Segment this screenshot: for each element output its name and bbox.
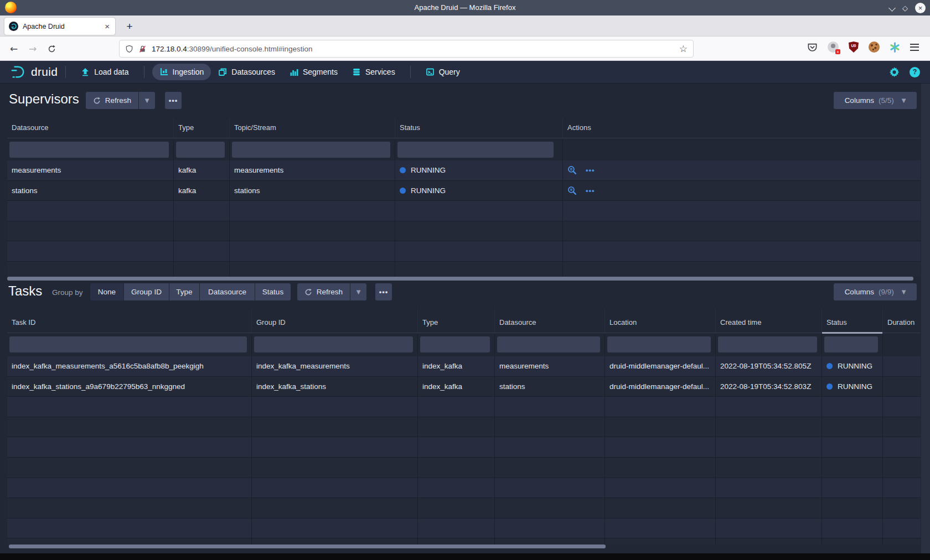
nav-datasources[interactable]: Datasources [211,64,282,80]
window-minimize-icon[interactable] [889,5,895,11]
supervisors-more-button[interactable]: ••• [165,92,182,109]
nav-ingestion[interactable]: Ingestion [152,64,211,80]
status-label: RUNNING [838,362,872,370]
tasks-columns-button[interactable]: Columns (9/9) ▼ [834,283,917,300]
nav-services[interactable]: Services [345,64,402,80]
column-header-topic-stream[interactable]: Topic/Stream [230,117,395,138]
filter-input-created-time[interactable] [718,336,817,352]
reload-icon[interactable] [44,42,59,56]
filter-input-status[interactable] [397,142,554,158]
cell-status: RUNNING [395,181,563,201]
column-header-type[interactable]: Type [418,308,495,333]
cookie-extension-icon[interactable] [869,42,880,53]
nav-services-label: Services [365,68,395,76]
column-header-datasource[interactable]: Datasource [7,117,174,138]
url-bar[interactable]: 172.18.0.4:30899/unified-console.html#in… [119,40,694,58]
group-by-datasource-button[interactable]: Datasource [200,283,255,300]
cell-actions: ••• [563,181,921,201]
column-header-type[interactable]: Type [174,117,230,138]
group-by-type-button[interactable]: Type [169,283,199,300]
gear-icon[interactable] [889,67,900,77]
nav-segments[interactable]: Segments [282,64,345,80]
supervisors-columns-button[interactable]: Columns (5/5) ▼ [834,92,917,109]
forward-icon[interactable]: → [25,42,40,56]
empty-row [7,458,921,478]
status-dot [400,188,406,194]
empty-row [7,221,921,242]
filter-input-topic[interactable] [232,142,390,158]
menu-icon[interactable] [910,44,919,51]
group-by-status-button[interactable]: Status [255,283,291,300]
tasks-refresh-dropdown[interactable]: ▼ [350,283,366,300]
shield-icon[interactable] [125,45,133,53]
window-maximize-icon[interactable]: ◇ [902,4,908,12]
column-header-created-time[interactable]: Created time [716,308,822,333]
column-header-location[interactable]: Location [605,308,716,333]
back-icon[interactable]: ← [7,42,21,56]
druid-logo-text[interactable]: druid [31,65,58,79]
window-close-icon[interactable]: × [915,3,926,13]
druid-logo-icon[interactable] [10,65,27,79]
nav-load-data-label: Load data [94,68,128,76]
filter-input-group-id[interactable] [254,336,413,352]
supervisors-refresh-dropdown[interactable]: ▼ [139,92,155,109]
table-row[interactable]: index_kafka_measurements_a5616c5ba8afb8b… [7,356,921,377]
browser-tab[interactable]: Apache Druid × [4,18,115,35]
column-header-group-id[interactable]: Group ID [252,308,418,333]
bookmark-star-icon[interactable]: ☆ [679,43,688,54]
table-row[interactable]: measurements kafka measurements RUNNING … [7,160,921,181]
column-header-duration[interactable]: Duration [883,308,921,333]
ublock-origin-icon[interactable]: U0 [849,42,859,53]
supervisors-horizontal-scrollbar[interactable] [7,277,913,281]
row-more-icon[interactable]: ••• [586,166,595,174]
table-row[interactable]: index_kafka_stations_a9a679b22795b63_nnk… [7,377,921,397]
empty-row [7,241,921,262]
vertical-scrollbar[interactable] [921,84,930,553]
column-header-status-sorted[interactable]: Status [822,308,883,333]
insecure-lock-icon[interactable] [138,45,147,53]
filter-input-datasource[interactable] [497,336,600,352]
column-header-task-id[interactable]: Task ID [7,308,252,333]
group-by-group-id-button[interactable]: Group ID [124,283,169,300]
supervisors-filter-row [7,139,921,160]
cell-topic: measurements [230,160,395,181]
url-text[interactable]: 172.18.0.4:30899/unified-console.html#in… [152,45,679,53]
magnify-details-icon[interactable] [567,165,577,175]
filter-input-type[interactable] [420,336,490,352]
segments-icon [290,68,298,76]
columns-count: (9/9) [879,288,894,296]
filter-input-status[interactable] [824,336,878,352]
columns-label: Columns [845,288,874,296]
extension-icon[interactable] [828,42,839,53]
tasks-refresh-button[interactable]: Refresh [297,283,350,300]
more-icon: ••• [169,96,178,105]
help-icon[interactable]: ? [910,67,920,77]
new-tab-button[interactable]: + [123,20,136,33]
group-by-none-button[interactable]: None [90,283,123,300]
filter-input-task-id[interactable] [9,336,247,352]
load-data-icon [81,68,90,76]
caret-down-icon: ▼ [902,289,906,295]
supervisors-refresh-button[interactable]: Refresh [86,92,138,109]
nav-load-data[interactable]: Load data [74,64,136,80]
cell-type: index_kafka [418,356,495,377]
filter-input-type[interactable] [176,142,225,158]
url-path: :30899/unified-console.html#ingestion [187,45,313,53]
tab-close-icon[interactable]: × [104,22,111,30]
tasks-more-button[interactable]: ••• [375,283,392,300]
cell-location: druid-middlemanager-defaul... [605,356,716,377]
tasks-horizontal-scrollbar[interactable] [9,545,606,548]
filter-input-location[interactable] [607,336,711,352]
pocket-icon[interactable] [807,42,818,53]
column-header-datasource[interactable]: Datasource [495,308,605,333]
column-header-status-label: Status [826,318,847,326]
filter-input-datasource[interactable] [9,142,169,158]
status-dot [400,167,406,173]
magnify-details-icon[interactable] [567,186,577,195]
colorful-asterisk-extension-icon[interactable] [890,42,900,53]
column-header-status[interactable]: Status [395,117,563,138]
cell-type: kafka [174,181,230,201]
row-more-icon[interactable]: ••• [586,186,595,195]
table-row[interactable]: stations kafka stations RUNNING ••• [7,181,921,201]
nav-query[interactable]: Query [418,64,467,80]
